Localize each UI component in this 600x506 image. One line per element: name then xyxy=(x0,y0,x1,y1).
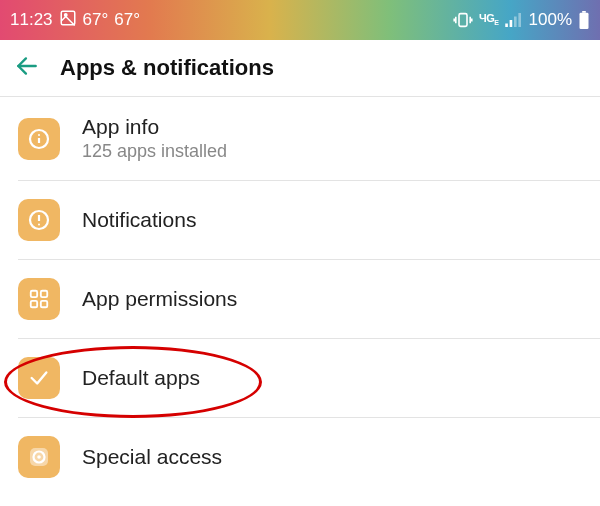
battery-pct: 100% xyxy=(529,10,572,30)
svg-point-19 xyxy=(38,224,40,226)
battery-icon xyxy=(578,11,590,29)
page-title: Apps & notifications xyxy=(60,55,274,81)
item-text: App permissions xyxy=(82,287,237,311)
svg-point-1 xyxy=(64,13,66,15)
alert-icon xyxy=(18,199,60,241)
item-text: Notifications xyxy=(82,208,196,232)
item-default-apps[interactable]: Default apps xyxy=(0,339,600,417)
temperature-2: 67° xyxy=(114,10,140,30)
temperature-1: 67° xyxy=(83,10,109,30)
status-bar: 11:23 67° 67° ЧGE 100% xyxy=(0,0,600,40)
item-special-access[interactable]: Special access xyxy=(0,418,600,496)
header: Apps & notifications xyxy=(0,40,600,96)
settings-list: App info 125 apps installed Notification… xyxy=(0,97,600,496)
info-icon xyxy=(18,118,60,160)
svg-rect-9 xyxy=(514,17,517,28)
svg-rect-20 xyxy=(31,291,37,297)
item-app-permissions[interactable]: App permissions xyxy=(0,260,600,338)
item-subtitle: 125 apps installed xyxy=(82,141,227,162)
item-title: Notifications xyxy=(82,208,196,232)
signal-icon xyxy=(505,13,523,27)
svg-rect-12 xyxy=(580,13,589,29)
item-title: App permissions xyxy=(82,287,237,311)
special-icon xyxy=(18,436,60,478)
viewport: 11:23 67° 67° ЧGE 100% Apps & notifica xyxy=(0,0,600,506)
status-bar-right: ЧGE 100% xyxy=(453,10,590,30)
svg-rect-23 xyxy=(41,301,47,307)
item-text: Default apps xyxy=(82,366,200,390)
screenshot-icon xyxy=(59,9,77,32)
clock: 11:23 xyxy=(10,10,53,30)
item-app-info[interactable]: App info 125 apps installed xyxy=(0,97,600,180)
status-bar-left: 11:23 67° 67° xyxy=(10,9,140,32)
grid-icon xyxy=(18,278,60,320)
item-text: Special access xyxy=(82,445,222,469)
svg-point-16 xyxy=(38,134,40,136)
svg-rect-22 xyxy=(31,301,37,307)
item-title: Special access xyxy=(82,445,222,469)
item-title: Default apps xyxy=(82,366,200,390)
item-title: App info xyxy=(82,115,227,139)
svg-rect-2 xyxy=(459,14,467,27)
svg-point-26 xyxy=(37,455,41,459)
network-4g-icon: ЧGE xyxy=(479,13,498,26)
svg-rect-10 xyxy=(518,13,521,27)
back-button[interactable] xyxy=(14,53,40,83)
svg-rect-8 xyxy=(509,20,512,27)
item-text: App info 125 apps installed xyxy=(82,115,227,162)
vibrate-icon xyxy=(453,12,473,28)
check-icon xyxy=(18,357,60,399)
svg-rect-7 xyxy=(505,24,508,28)
svg-rect-21 xyxy=(41,291,47,297)
item-notifications[interactable]: Notifications xyxy=(0,181,600,259)
svg-rect-11 xyxy=(582,11,586,13)
